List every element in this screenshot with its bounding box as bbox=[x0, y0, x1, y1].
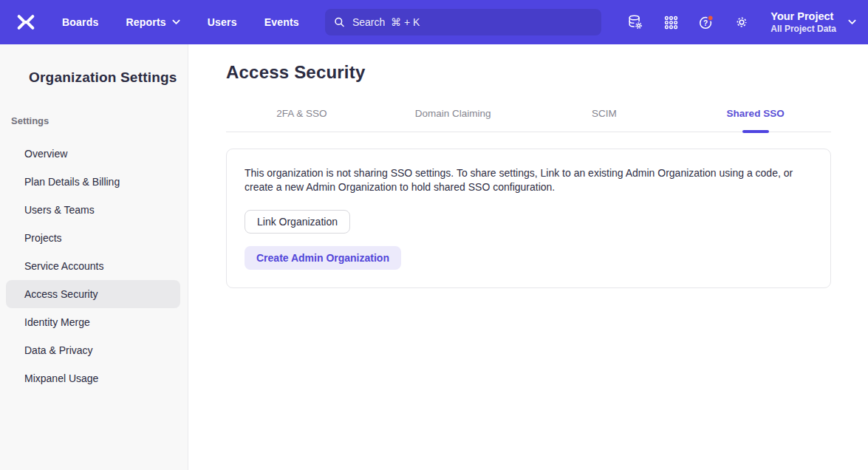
tab-scim[interactable]: SCIM bbox=[529, 98, 680, 132]
mixpanel-logo[interactable] bbox=[15, 13, 37, 32]
project-data-view: All Project Data bbox=[770, 24, 836, 35]
chevron-down-icon bbox=[172, 19, 180, 25]
topnav-icon-group: ? bbox=[627, 14, 750, 30]
tab-label: Domain Claiming bbox=[415, 108, 491, 119]
notification-dot bbox=[708, 16, 713, 21]
shared-sso-description: This organization is not sharing SSO set… bbox=[245, 166, 813, 194]
search-icon bbox=[334, 16, 345, 28]
tab-label: SCIM bbox=[592, 108, 617, 119]
chevron-down-icon bbox=[848, 19, 856, 25]
tab-shared-sso[interactable]: Shared SSO bbox=[680, 98, 831, 132]
access-security-tabs: 2FA & SSO Domain Claiming SCIM Shared SS… bbox=[226, 98, 831, 132]
search-input[interactable] bbox=[352, 16, 592, 28]
page-title: Access Security bbox=[226, 62, 831, 83]
sidebar-item-identity-merge[interactable]: Identity Merge bbox=[6, 308, 180, 336]
nav-item-label: Users bbox=[208, 16, 237, 28]
nav-item-label: Events bbox=[264, 16, 299, 28]
project-switcher-text: Your Project All Project Data bbox=[770, 10, 836, 34]
primary-nav: Boards Reports Users Events bbox=[62, 16, 299, 28]
active-tab-underline bbox=[742, 130, 769, 133]
nav-item-events[interactable]: Events bbox=[264, 16, 299, 28]
tab-2fa-sso[interactable]: 2FA & SSO bbox=[226, 98, 377, 132]
sidebar-item-users-teams[interactable]: Users & Teams bbox=[6, 196, 180, 224]
sidebar-item-overview[interactable]: Overview bbox=[6, 140, 180, 168]
sidebar-section-label: Settings bbox=[0, 115, 188, 126]
project-name: Your Project bbox=[770, 10, 836, 23]
project-switcher[interactable]: Your Project All Project Data bbox=[770, 10, 856, 34]
tab-label: Shared SSO bbox=[727, 108, 785, 119]
data-management-icon[interactable] bbox=[627, 14, 643, 30]
shared-sso-card: This organization is not sharing SSO set… bbox=[226, 149, 831, 288]
sidebar-item-access-security[interactable]: Access Security bbox=[6, 280, 180, 308]
nav-item-label: Reports bbox=[126, 16, 165, 28]
top-navigation-bar: Boards Reports Users Events bbox=[0, 0, 868, 44]
settings-gear-icon[interactable] bbox=[734, 14, 750, 30]
settings-sidebar: Organization Settings Settings Overview … bbox=[0, 44, 188, 470]
link-organization-button[interactable]: Link Organization bbox=[245, 210, 350, 234]
sidebar-item-service-accounts[interactable]: Service Accounts bbox=[6, 252, 180, 280]
global-search[interactable] bbox=[325, 9, 601, 35]
help-icon[interactable]: ? bbox=[698, 14, 714, 30]
sidebar-nav: Overview Plan Details & Billing Users & … bbox=[0, 140, 188, 392]
svg-text:?: ? bbox=[703, 19, 708, 27]
nav-item-boards[interactable]: Boards bbox=[62, 16, 98, 28]
apps-grid-icon[interactable] bbox=[663, 14, 679, 30]
sidebar-item-plan-details-billing[interactable]: Plan Details & Billing bbox=[6, 168, 180, 196]
sidebar-item-mixpanel-usage[interactable]: Mixpanel Usage bbox=[6, 364, 180, 392]
sidebar-title: Organization Settings bbox=[0, 69, 188, 86]
create-admin-organization-button[interactable]: Create Admin Organization bbox=[245, 246, 401, 270]
nav-item-users[interactable]: Users bbox=[208, 16, 237, 28]
card-actions: Link Organization Create Admin Organizat… bbox=[245, 194, 813, 270]
nav-item-reports[interactable]: Reports bbox=[126, 16, 180, 28]
tab-label: 2FA & SSO bbox=[276, 108, 327, 119]
page-body: Organization Settings Settings Overview … bbox=[0, 44, 868, 470]
tab-domain-claiming[interactable]: Domain Claiming bbox=[377, 98, 529, 132]
nav-item-label: Boards bbox=[62, 16, 98, 28]
main-content: Access Security 2FA & SSO Domain Claimin… bbox=[188, 44, 868, 470]
sidebar-item-projects[interactable]: Projects bbox=[6, 224, 180, 252]
mixpanel-logo-icon bbox=[15, 13, 37, 32]
sidebar-item-data-privacy[interactable]: Data & Privacy bbox=[6, 336, 180, 364]
